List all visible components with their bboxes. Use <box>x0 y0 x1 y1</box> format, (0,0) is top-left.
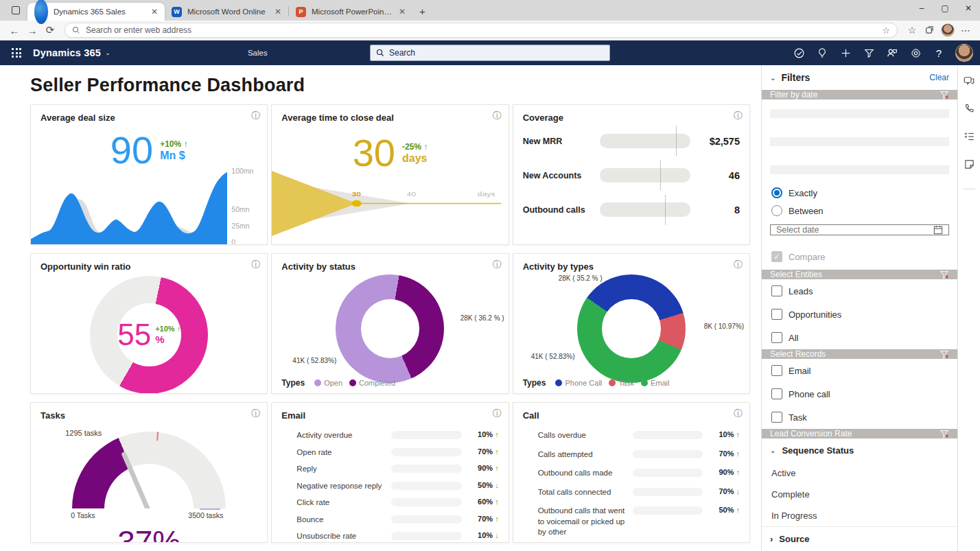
new-tab-button[interactable]: + <box>419 5 425 17</box>
clear-filter-icon[interactable] <box>940 90 949 99</box>
forward-icon[interactable]: → <box>23 22 41 38</box>
card-average-time-to-close: Average time to close deal ⓘ 30 -25% ↑ d… <box>271 104 509 245</box>
app-switcher[interactable]: Dynamics 365 ⌄ <box>33 47 110 58</box>
collections-icon[interactable] <box>921 22 939 38</box>
checkbox-phone-call[interactable]: Phone call <box>762 382 957 406</box>
card-title: Average deal size <box>40 113 257 123</box>
dynamics-nav-bar: Dynamics 365 ⌄ Sales Search ? <box>0 40 980 65</box>
date-option-placeholder <box>770 109 949 118</box>
tab-word[interactable]: W Microsoft Word Online ✕ <box>165 3 288 21</box>
kpi-value: 37% <box>40 524 257 543</box>
checkbox-task[interactable]: Task <box>762 406 957 429</box>
checkbox-icon <box>771 388 782 399</box>
section-select-records[interactable]: Select Records <box>762 349 957 359</box>
settings-gear-icon[interactable] <box>905 43 926 63</box>
radio-exactly[interactable]: Exactly <box>762 184 957 202</box>
tab-title: Dynamics 365 Sales <box>54 8 145 16</box>
chevron-down-icon: ⌄ <box>770 447 775 454</box>
close-tab-icon[interactable]: ✕ <box>399 7 406 16</box>
tab-dynamics[interactable]: Dynamics 365 Sales ✕ <box>27 3 165 21</box>
favorites-bar-icon[interactable]: ☆ <box>903 22 921 38</box>
info-icon[interactable]: ⓘ <box>251 111 260 120</box>
note-icon[interactable] <box>964 159 975 173</box>
search-placeholder: Search <box>389 48 415 58</box>
info-icon[interactable]: ⓘ <box>251 260 260 269</box>
sequence-item-complete[interactable]: Complete <box>762 484 957 505</box>
section-lead-conversion-rate[interactable]: Lead Conversion Rate <box>762 429 957 438</box>
waffle-icon[interactable] <box>7 43 26 62</box>
vertical-tabs-icon[interactable] <box>7 2 25 19</box>
info-icon[interactable]: ⓘ <box>493 260 502 269</box>
info-icon[interactable]: ⓘ <box>734 111 743 120</box>
data-label: 8K ( 10.97%) <box>704 323 744 330</box>
maximize-button[interactable]: ▢ <box>933 0 957 16</box>
sequence-status-header[interactable]: ⌄ Sequence Status <box>762 438 957 462</box>
info-icon[interactable]: ⓘ <box>734 260 743 269</box>
clear-filters-link[interactable]: Clear <box>929 73 949 82</box>
chat-icon[interactable] <box>963 75 975 90</box>
sequence-item-active[interactable]: Active <box>762 462 957 484</box>
axis-unit: days <box>478 191 495 198</box>
select-date-input[interactable]: Select date <box>770 224 949 235</box>
checkbox-all[interactable]: All <box>762 326 957 349</box>
section-select-entities[interactable]: Select Entities <box>762 270 957 279</box>
checklist-icon[interactable] <box>963 130 975 145</box>
minimize-button[interactable]: – <box>910 0 933 16</box>
user-avatar[interactable] <box>955 44 973 62</box>
close-window-button[interactable]: ✕ <box>957 0 980 16</box>
close-tab-icon[interactable]: ✕ <box>151 7 158 16</box>
source-header[interactable]: › Source <box>762 526 957 551</box>
clear-filter-icon[interactable] <box>940 349 949 359</box>
radio-between[interactable]: Between <box>762 202 957 220</box>
filter-icon[interactable] <box>858 43 880 63</box>
global-search-input[interactable]: Search <box>370 45 610 61</box>
feedback-icon[interactable] <box>881 43 903 63</box>
address-bar[interactable]: Search or enter web address ☆ <box>65 23 898 38</box>
favorites-settings-icon[interactable]: ☆ <box>882 25 890 36</box>
info-icon[interactable]: ⓘ <box>734 409 743 418</box>
metric-row: Outbound calls that went to voicemail or… <box>538 506 740 538</box>
metric-row: Bounce 70% ↑ <box>296 515 498 526</box>
phone-icon[interactable] <box>964 103 975 117</box>
sequence-item-in-progress[interactable]: In Progress <box>762 505 957 526</box>
reload-icon[interactable]: ⟳ <box>41 22 59 38</box>
page-title: Seller Performance Dashboard <box>30 75 750 96</box>
checkbox-email[interactable]: Email <box>762 359 957 382</box>
info-icon[interactable]: ⓘ <box>493 409 502 418</box>
close-tab-icon[interactable]: ✕ <box>275 7 281 16</box>
legend-item: Task <box>609 379 634 387</box>
card-title: Activity by status <box>281 261 498 272</box>
dynamics-favicon <box>34 0 48 24</box>
clear-filter-icon[interactable] <box>940 429 949 438</box>
chevron-right-icon: › <box>770 534 773 544</box>
kpi-value: 55 <box>117 318 151 352</box>
browser-menu-icon[interactable]: ⋯ <box>957 22 975 38</box>
browser-profile-avatar[interactable] <box>939 22 957 38</box>
checkbox-leads[interactable]: Leads <box>762 279 957 303</box>
metric-row: Activity overdue 10% ↑ <box>296 430 498 441</box>
card-call: Call ⓘ Calls overdue 10% ↑ Calls attempt… <box>513 402 750 543</box>
checkbox-icon <box>771 365 782 376</box>
task-check-icon[interactable] <box>788 43 810 63</box>
tab-powerpoint[interactable]: P Microsoft PowerPoint Online ✕ <box>289 3 412 21</box>
card-title: Coverage <box>523 113 740 123</box>
back-icon[interactable]: ← <box>5 22 23 38</box>
chevron-down-icon[interactable]: ⌄ <box>770 74 775 82</box>
browser-window: Dynamics 365 Sales ✕ W Microsoft Word On… <box>0 0 980 551</box>
help-icon[interactable]: ? <box>928 43 950 63</box>
progress-bar <box>600 202 690 217</box>
card-title: Call <box>523 410 740 421</box>
metric-row: Total calls connected 70% ↓ <box>538 487 740 498</box>
clear-filter-icon[interactable] <box>940 270 949 279</box>
section-filter-by-date[interactable]: Filter by date <box>762 90 957 99</box>
new-record-plus-icon[interactable] <box>835 43 856 63</box>
metric-row: Calls attempted 70% ↑ <box>538 449 740 460</box>
word-favicon: W <box>172 7 182 17</box>
kpi-value: 90 <box>110 131 153 169</box>
info-icon[interactable]: ⓘ <box>251 409 260 418</box>
checkbox-opportunities[interactable]: Opportunities <box>762 303 957 326</box>
compare-checkbox[interactable]: ✓ Compare <box>762 244 957 270</box>
insights-bulb-icon[interactable] <box>811 43 833 63</box>
info-icon[interactable]: ⓘ <box>493 111 502 120</box>
kpi-delta: -25% ↑ <box>402 142 428 152</box>
